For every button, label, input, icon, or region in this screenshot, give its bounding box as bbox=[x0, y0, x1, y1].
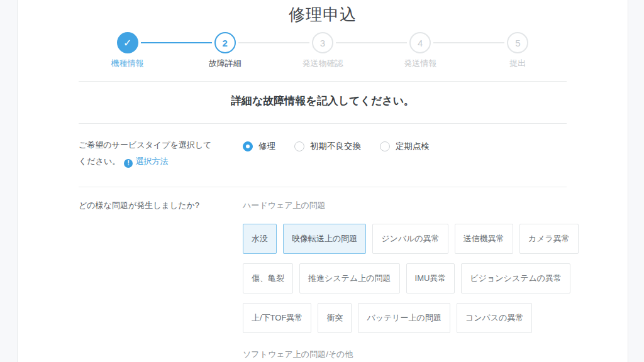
problem-button-transmitter[interactable]: 送信機異常 bbox=[455, 224, 513, 254]
problem-button-vision-system[interactable]: ビジョンシステムの異常 bbox=[461, 263, 570, 293]
service-type-row: ご希望のサービスタイプを選択してください。!選択方法 修理 初期不良交換 定 bbox=[79, 124, 567, 187]
step-2-circle[interactable]: 2 bbox=[214, 32, 236, 53]
hardware-buttons-row-1: 水没 映像転送上の問題 ジンバルの異常 送信機異常 カメラ異常 bbox=[243, 224, 585, 254]
step-5-circle: 5 bbox=[507, 32, 528, 53]
hardware-problems-label: ハードウェア上の問題 bbox=[243, 200, 585, 210]
radio-option-initial-defect-exchange[interactable]: 初期不良交換 bbox=[294, 141, 361, 152]
problems-question: どの様な問題が発生しましたか? bbox=[79, 200, 243, 210]
step-2: 2 故障詳細 bbox=[176, 32, 274, 69]
step-3-circle: 3 bbox=[312, 32, 333, 53]
problem-button-imu[interactable]: IMU異常 bbox=[406, 263, 455, 293]
stepper-connector-4 bbox=[433, 42, 504, 43]
software-problems-label: ソフトウェア上の問題/その他 bbox=[243, 349, 585, 359]
problem-button-collision[interactable]: 衝突 bbox=[318, 303, 352, 333]
stepper-connector-3 bbox=[336, 42, 407, 43]
step-5-label: 提出 bbox=[509, 58, 526, 69]
service-type-radio-group: 修理 初期不良交換 定期点検 bbox=[243, 141, 567, 152]
step-3-number: 3 bbox=[320, 38, 325, 48]
step-3-label: 発送物確認 bbox=[302, 58, 343, 69]
step-2-number: 2 bbox=[223, 38, 228, 48]
step-1-circle[interactable]: ✓ bbox=[117, 32, 138, 53]
step-4: 4 発送情報 bbox=[372, 32, 469, 69]
hardware-buttons-row-3: 上/下TOF異常 衝突 バッテリー上の問題 コンパスの異常 bbox=[243, 303, 585, 333]
step-1-label: 機種情報 bbox=[111, 58, 144, 69]
problem-button-scratch-crack[interactable]: 傷、亀裂 bbox=[243, 263, 293, 293]
problem-button-tof[interactable]: 上/下TOF異常 bbox=[243, 303, 311, 333]
stepper-connector-1 bbox=[141, 42, 212, 43]
step-2-label: 故障詳細 bbox=[209, 58, 242, 69]
hardware-buttons-row-2: 傷、亀裂 推進システム上の問題 IMU異常 ビジョンシステムの異常 bbox=[243, 263, 585, 293]
section-subtitle: 詳細な故障情報を記入してください。 bbox=[231, 95, 414, 107]
problem-button-battery[interactable]: バッテリー上の問題 bbox=[358, 303, 450, 333]
radio-option-repair[interactable]: 修理 bbox=[243, 141, 275, 152]
problem-button-camera[interactable]: カメラ異常 bbox=[519, 224, 579, 254]
page-title: 修理申込 bbox=[79, 0, 567, 24]
problem-button-propulsion-system[interactable]: 推進システム上の問題 bbox=[299, 263, 400, 293]
step-5-number: 5 bbox=[515, 38, 520, 48]
radio-option-periodic-inspection[interactable]: 定期点検 bbox=[380, 141, 430, 152]
stepper-connector-2 bbox=[238, 42, 309, 43]
radio-unselected-icon bbox=[380, 141, 390, 151]
radio-unselected-icon bbox=[294, 141, 304, 151]
step-4-label: 発送情報 bbox=[404, 58, 436, 69]
step-3: 3 発送物確認 bbox=[274, 32, 371, 69]
problem-button-water-damage[interactable]: 水没 bbox=[243, 224, 277, 254]
check-icon: ✓ bbox=[123, 37, 131, 49]
problem-button-video-transmission[interactable]: 映像転送上の問題 bbox=[283, 224, 366, 254]
problem-button-compass[interactable]: コンパスの異常 bbox=[457, 303, 533, 333]
radio-selected-icon bbox=[243, 141, 253, 151]
step-1: ✓ 機種情報 bbox=[79, 32, 176, 69]
form-card: 修理申込 ✓ 機種情報 2 故障詳細 bbox=[17, 0, 628, 362]
step-4-circle: 4 bbox=[409, 32, 431, 53]
service-type-label: ご希望のサービスタイプを選択してください。!選択方法 bbox=[79, 137, 212, 170]
problem-button-gimbal[interactable]: ジンバルの異常 bbox=[372, 224, 448, 254]
step-4-number: 4 bbox=[418, 38, 423, 48]
stepper: ✓ 機種情報 2 故障詳細 3 発送物確認 bbox=[79, 32, 567, 69]
info-icon[interactable]: ! bbox=[124, 159, 133, 168]
selection-method-link[interactable]: 選択方法 bbox=[135, 156, 168, 166]
problems-row: どの様な問題が発生しましたか? ハードウェア上の問題 水没 映像転送上の問題 ジ… bbox=[79, 187, 567, 362]
step-5: 5 提出 bbox=[469, 32, 567, 69]
